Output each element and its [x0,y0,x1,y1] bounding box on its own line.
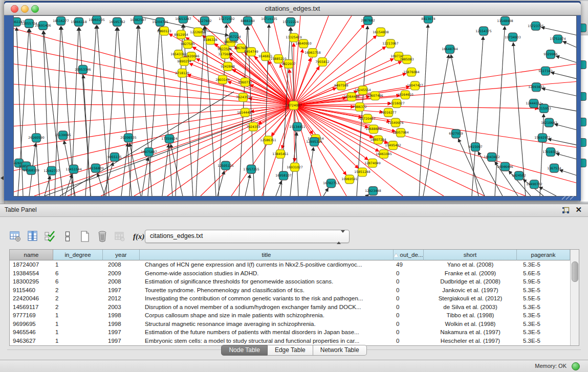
scrollbar-thumb[interactable] [572,261,578,282]
cell-title[interactable]: Estimation of the future numbers of pati… [140,328,394,337]
table-row[interactable]: 946554611997Estimation of the future num… [10,328,571,337]
graph-node[interactable]: 20053346 [75,65,91,74]
graph-node[interactable]: 16648784 [442,45,458,54]
graph-node[interactable]: 17957255 [243,165,259,173]
graph-node[interactable]: 16931027 [287,163,303,171]
graph-node[interactable]: 2087682 [361,16,375,25]
graph-node[interactable]: 16961758 [304,49,321,57]
graph-node[interactable]: 15139045 [55,131,71,140]
table-selector-dropdown[interactable]: citations_edges.txt [145,230,350,243]
cell-pagerank[interactable]: 5.5E-5 [517,294,570,303]
graph-node[interactable]: 8466160 [241,16,255,25]
table-row[interactable]: 911546021997Tourette syndrome. Phenomeno… [10,286,571,295]
cell-in_degree[interactable]: 1 [53,260,103,269]
network-canvas[interactable]: 1872400788601238912954122260589827505818… [13,15,577,196]
cell-out_degree[interactable]: 0 [394,311,424,320]
graph-node[interactable]: 12942737 [43,166,60,175]
cell-title[interactable]: Tourette syndrome. Phenomenology and cla… [140,286,394,295]
graph-node[interactable]: 2803144 [215,75,230,84]
graph-node[interactable]: 10688609 [365,125,382,134]
graph-nodes[interactable]: 1872400788601238912954122260589827505818… [14,16,566,195]
cell-in_degree[interactable]: 2 [53,286,103,295]
cell-title[interactable]: Genome-wide association studies in ADHD. [140,269,394,278]
cell-name[interactable]: 9463627 [10,337,53,345]
tab-node-table[interactable]: Node Table [221,345,268,356]
cell-year[interactable]: 1997 [103,337,140,345]
cell-in_degree[interactable]: 1 [53,311,103,320]
cell-title[interactable]: Disruption of a novel member of a sodium… [140,303,394,312]
table-row[interactable]: 1938455462009Genome-wide association stu… [10,269,571,278]
cell-title[interactable]: Corpus callosum shape and size in male p… [140,311,394,320]
graph-node[interactable]: 7624351 [236,93,250,102]
graph-node[interactable]: 26160590 [28,134,45,142]
column-header-out_degree[interactable]: out_de... [394,250,424,260]
cell-title[interactable]: Changes of HCN gene expression and I(f) … [140,260,394,269]
cell-pagerank[interactable]: 5.3E-5 [517,260,570,269]
graph-node[interactable]: 16046446 [497,162,513,171]
cell-year[interactable]: 2008 [103,277,140,286]
window-titlebar[interactable]: citations_edges.txt [4,3,581,15]
graph-node[interactable]: 16958107 [275,171,292,180]
float-panel-icon[interactable] [562,207,570,214]
cell-name[interactable]: 22420046 [10,294,53,303]
column-header-in_degree[interactable]: in_degree [53,250,103,260]
graph-node[interactable]: 10719135 [261,16,277,23]
graph-node[interactable]: 15272502 [219,16,235,23]
tab-network-table[interactable]: Network Table [313,345,367,356]
table-row[interactable]: 1872400712008Changes of HCN gene express… [10,260,571,269]
table-settings-icon[interactable] [8,229,22,244]
cell-out_degree[interactable]: 0 [394,328,424,337]
table-row[interactable]: 969969511998Structural magnetic resonanc… [10,320,571,329]
cell-pagerank[interactable]: 5.6E-5 [517,269,570,278]
cell-in_degree[interactable]: 1 [53,328,103,337]
cell-in_degree[interactable]: 1 [53,337,103,345]
function-builder-icon[interactable]: f(x) [133,232,145,241]
graph-node[interactable]: 20206535 [120,134,137,142]
graph-node[interactable]: 9329966 [543,50,558,59]
graph-node[interactable]: 19734933 [505,33,521,41]
cell-short[interactable]: Yano et al. (2008) [424,260,517,269]
graph-node[interactable]: 16595782 [109,17,125,26]
column-header-year[interactable]: year [103,250,140,260]
graph-node[interactable]: 15866118 [71,17,87,26]
cell-pagerank[interactable]: 5.3E-5 [517,328,570,337]
graph-node[interactable]: 19960235 [89,16,105,24]
panel-collapse-arrow-icon[interactable] [1,176,4,180]
cell-year[interactable]: 2012 [103,294,140,303]
table-row[interactable]: 977716911998Corpus callosum shape and si… [10,311,571,320]
cell-title[interactable]: Estimation of significance thresholds fo… [140,277,394,286]
cell-out_degree[interactable]: 0 [394,337,424,345]
graph-node[interactable]: 15851248 [354,168,371,177]
cell-out_degree[interactable]: 0 [394,303,424,312]
table-row[interactable]: 946362711997Embryonic stem cells: a mode… [10,337,571,345]
cell-title[interactable]: Structural magnetic resonance image aver… [140,320,394,329]
cell-name[interactable]: 9465546 [10,328,53,337]
graph-node[interactable]: 6497568 [334,81,349,90]
cell-name[interactable]: 9699695 [10,320,53,329]
graph-node[interactable]: 1167534 [547,164,561,172]
memory-status-indicator[interactable] [572,362,580,370]
cell-name[interactable]: 18300295 [10,277,53,286]
graph-node[interactable]: 13845451 [272,150,289,159]
cell-short[interactable]: Stergiakouli et al. (2012) [424,294,517,303]
row-height-icon[interactable] [60,229,74,244]
cell-year[interactable]: 1997 [103,328,140,337]
graph-node[interactable]: 12093832 [528,83,545,92]
cell-short[interactable]: Tibbo et al. (1998) [424,311,517,320]
graph-node[interactable]: 12554375 [475,27,492,35]
graph-node[interactable]: 15134451 [289,122,306,131]
cell-title[interactable]: Investigating the contribution of common… [140,294,394,303]
graph-node[interactable]: 7955812 [315,58,330,67]
cell-out_degree[interactable]: 0 [394,294,424,303]
cell-out_degree[interactable]: 0 [394,320,424,329]
cell-short[interactable]: Jankovic et al. (1997) [424,286,517,295]
graph-node[interactable]: 6927919 [449,129,463,138]
graph-node[interactable]: 15692971 [534,134,551,142]
table-row[interactable]: 2242004622012Investigating the contribut… [10,294,571,303]
cell-year[interactable]: 1997 [103,286,140,295]
vertical-scrollbar[interactable] [570,250,579,345]
cell-short[interactable]: de Silva et al. (2003) [424,303,517,312]
cell-in_degree[interactable]: 2 [53,303,103,312]
graph-node[interactable]: 15751074 [550,35,566,43]
cell-year[interactable]: 2009 [103,269,140,278]
